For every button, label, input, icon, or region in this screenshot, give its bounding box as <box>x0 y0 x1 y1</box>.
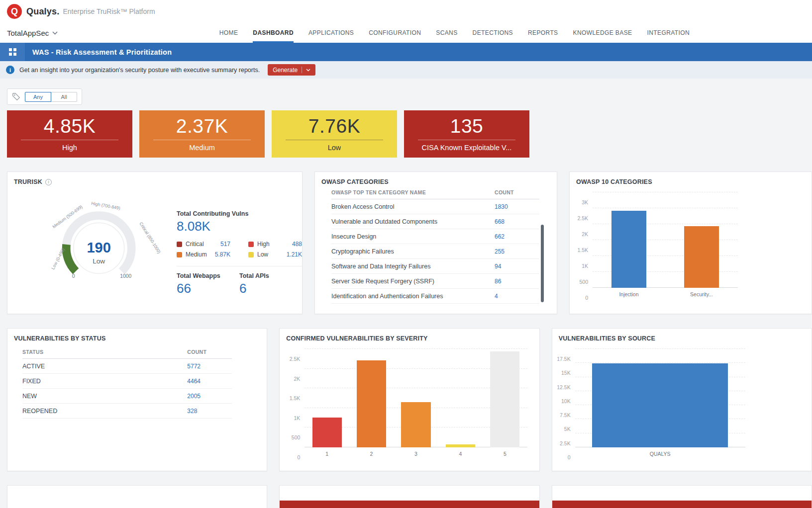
info-icon[interactable]: i <box>45 179 52 185</box>
table-row: Cryptographic Failures 255 <box>331 244 539 259</box>
bottom-panels-row <box>7 485 812 508</box>
status-name: REOPENED <box>22 408 187 415</box>
generate-button[interactable]: Generate <box>268 64 315 76</box>
column-header-name[interactable]: OWASP TOP TEN CATEGORY NAME <box>331 189 495 195</box>
table-row: Server Side Request Forgery (SSRF) 86 <box>331 274 539 289</box>
legend-value-link[interactable]: 488 <box>292 241 302 248</box>
tag-icon <box>12 92 20 101</box>
owasp-categories-panel: OWASP CATEGORIES OWASP TOP TEN CATEGORY … <box>314 171 557 314</box>
status-name: NEW <box>22 393 187 400</box>
nav-item[interactable]: REPORTS <box>528 23 558 43</box>
nav-item[interactable]: SCANS <box>436 23 457 43</box>
legend-value-link[interactable]: 517 <box>220 241 230 248</box>
legend-value-link[interactable]: 5.87K <box>215 251 230 258</box>
stat-card[interactable]: 4.85K High <box>7 110 132 158</box>
trurisk-legend: Critical 517 High 488 Medium 5.87K Low 1… <box>177 241 302 258</box>
info-icon: i <box>6 66 14 74</box>
qualys-logo-icon[interactable]: Q <box>7 4 22 19</box>
dashboard-grid-icon[interactable] <box>0 43 25 61</box>
legend-item: Medium 5.87K <box>177 251 230 258</box>
stat-card-label: CISA Known Exploitable V... <box>422 144 512 152</box>
category-name: Vulnerable and Outdated Components <box>331 218 495 225</box>
legend-swatch <box>248 242 254 247</box>
column-header-count[interactable]: COUNT <box>187 349 232 355</box>
status-count-link[interactable]: 4464 <box>187 378 232 385</box>
table-row: Broken Access Control 1830 <box>331 199 539 214</box>
total-webapps-label: Total Webapps <box>177 272 239 279</box>
partial-panel <box>279 485 539 508</box>
trurisk-panel: TRURISK i 190 Low Low (0-499) Medium (50… <box>7 171 303 314</box>
bar-QUALYS[interactable] <box>592 363 728 447</box>
scrollbar-thumb[interactable] <box>541 225 544 302</box>
status-name: ACTIVE <box>22 363 187 370</box>
status-count-link[interactable]: 5772 <box>187 363 232 370</box>
partial-red-card <box>280 501 539 508</box>
category-name: Cryptographic Failures <box>331 248 495 255</box>
x-axis-label: 1 <box>304 451 349 457</box>
bar-5[interactable] <box>490 351 519 447</box>
gauge-segment-critical: Critical (850-1000) <box>138 221 162 254</box>
tag-filter-segmented: Any All <box>25 92 77 102</box>
bar-1[interactable] <box>312 418 342 447</box>
panel-title: TRURISK <box>14 178 42 185</box>
tag-filter-all[interactable]: All <box>51 92 77 102</box>
stat-card-value: 7.76K <box>308 116 360 137</box>
legend-value-link[interactable]: 1.21K <box>287 251 302 258</box>
owasp10-panel: OWASP 10 CATEGORIES 3K2.5K2K1.5K1K5000In… <box>569 171 812 314</box>
bar-4[interactable] <box>446 444 475 447</box>
column-header-status[interactable]: STATUS <box>22 349 187 355</box>
app-selector[interactable]: TotalAppSec <box>7 29 58 37</box>
nav-item[interactable]: KNOWLEDGE BASE <box>573 23 632 43</box>
x-axis-label: 4 <box>438 451 483 457</box>
bar-2[interactable] <box>357 360 386 447</box>
legend-item: Critical 517 <box>177 241 230 248</box>
status-count-link[interactable]: 2005 <box>187 393 232 400</box>
nav-item[interactable]: INTEGRATION <box>647 23 690 43</box>
tag-filter-any[interactable]: Any <box>25 92 51 102</box>
table-row: NEW 2005 <box>22 389 232 404</box>
gauge-segment-high: High (700-849) <box>91 201 121 211</box>
stat-cards-row: 4.85K High 2.37K Medium 7.76K Low 135 CI… <box>7 110 812 158</box>
legend-item: High 488 <box>248 241 302 248</box>
total-contributing-value[interactable]: 8.08K <box>177 219 302 234</box>
table-row: Identification and Authentication Failur… <box>331 289 539 304</box>
panel-title: VULNERABILITIES BY SOURCE <box>559 335 655 342</box>
category-name: Identification and Authentication Failur… <box>331 293 495 300</box>
nav-row: TotalAppSec HOMEDASHBOARDAPPLICATIONSCON… <box>0 23 812 43</box>
nav-item[interactable]: DASHBOARD <box>253 23 294 43</box>
panel-title: VULNERABILTIES BY STATUS <box>14 335 105 342</box>
gauge-segment-low: Low (0-499) <box>50 248 66 270</box>
nav-item[interactable]: HOME <box>219 23 238 43</box>
stat-card[interactable]: 2.37K Medium <box>139 110 265 158</box>
total-apis-value[interactable]: 6 <box>239 281 302 296</box>
nav-item[interactable]: CONFIGURATION <box>369 23 421 43</box>
nav-item[interactable]: DETECTIONS <box>473 23 513 43</box>
bar-Injection[interactable] <box>611 211 646 288</box>
stat-card-value: 135 <box>450 116 484 137</box>
category-count-link[interactable]: 4 <box>495 293 539 300</box>
stat-card[interactable]: 7.76K Low <box>272 110 397 158</box>
category-count-link[interactable]: 255 <box>495 248 539 255</box>
chevron-down-icon <box>52 31 58 35</box>
divider <box>177 266 302 266</box>
category-count-link[interactable]: 668 <box>495 218 539 225</box>
vulns-by-status-panel: VULNERABILTIES BY STATUS STATUS COUNT AC… <box>7 328 267 471</box>
stat-card-divider <box>21 140 119 140</box>
x-axis-label: Security... <box>665 291 738 297</box>
bar-Security...[interactable] <box>684 226 719 288</box>
status-count-link[interactable]: 328 <box>187 408 232 415</box>
legend-item: Low 1.21K <box>248 251 302 258</box>
stat-card[interactable]: 135 CISA Known Exploitable V... <box>404 110 529 158</box>
owasp-table: OWASP TOP TEN CATEGORY NAME COUNT Broken… <box>331 189 539 304</box>
bar-3[interactable] <box>401 402 430 447</box>
category-count-link[interactable]: 662 <box>495 233 539 240</box>
stat-card-value: 2.37K <box>176 116 228 137</box>
category-count-link[interactable]: 86 <box>495 278 539 285</box>
dashboard-bar: WAS - Risk Assessment & Prioritization <box>0 43 812 61</box>
total-webapps-value[interactable]: 66 <box>177 281 239 296</box>
category-count-link[interactable]: 1830 <box>495 203 539 210</box>
column-header-count[interactable]: COUNT <box>495 189 539 195</box>
category-count-link[interactable]: 94 <box>495 263 539 270</box>
nav-item[interactable]: APPLICATIONS <box>308 23 354 43</box>
legend-swatch <box>248 252 254 257</box>
